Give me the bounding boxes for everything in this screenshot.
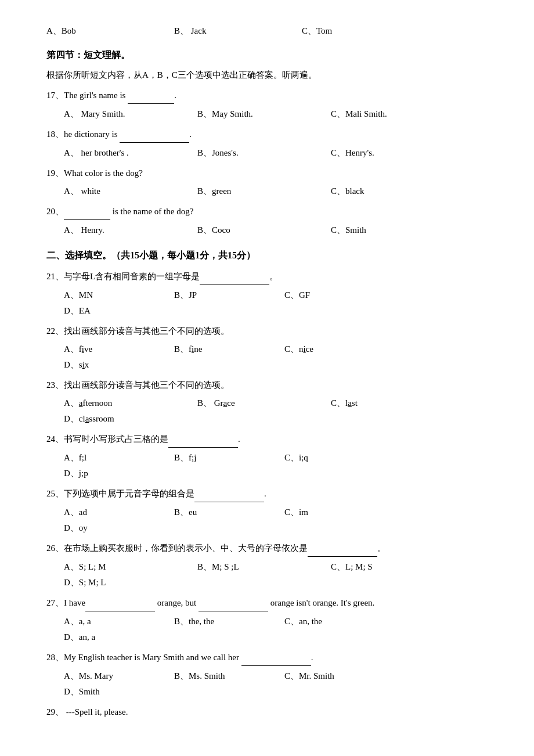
question-24-options: A、f;l B、f;j C、i;q D、j;p bbox=[64, 450, 488, 481]
question-20: 20、 is the name of the dog? A、 Henry. B、… bbox=[46, 204, 488, 238]
blank-20 bbox=[64, 204, 110, 220]
blank-21 bbox=[200, 269, 269, 285]
question-18-options: A、 her brother's . B、Jones's. C、Henry's. bbox=[64, 145, 488, 161]
blank-17 bbox=[128, 88, 174, 104]
option-18-c: C、Henry's. bbox=[331, 145, 459, 161]
question-17-options: A、 Mary Smith. B、May Smith. C、Mali Smith… bbox=[64, 106, 488, 122]
option-28-c: C、Mr. Smith bbox=[284, 668, 389, 684]
intro-option-b: B、 Jack bbox=[174, 23, 290, 39]
option-28-b: B、Ms. Smith bbox=[174, 668, 279, 684]
option-28-d: D、Smith bbox=[64, 684, 168, 700]
option-20-c: C、Smith bbox=[331, 222, 459, 238]
section4-desc: 根据你所听短文内容，从A，B，C三个选项中选出正确答案。听两遍。 bbox=[46, 67, 488, 83]
question-25-text: 25、下列选项中属于元音字母的组合是 . bbox=[46, 486, 488, 502]
question-27: 27、I have orange, but orange isn't orang… bbox=[46, 595, 488, 645]
option-23-c: C、last bbox=[331, 395, 459, 411]
question-25-options: A、ad B、eu C、im D、oy bbox=[64, 505, 488, 536]
intro-options-row: A、Bob B、 Jack C、Tom bbox=[46, 23, 488, 39]
option-20-a: A、 Henry. bbox=[64, 222, 192, 238]
option-22-a: A、five bbox=[64, 341, 168, 357]
blank-18 bbox=[120, 127, 189, 143]
option-17-c: C、Mali Smith. bbox=[331, 106, 459, 122]
question-29: 29、 ---Spell it, please. bbox=[46, 704, 488, 720]
option-20-b: B、Coco bbox=[197, 222, 325, 238]
question-25: 25、下列选项中属于元音字母的组合是 . A、ad B、eu C、im D、oy bbox=[46, 486, 488, 536]
question-24: 24、书写时小写形式占三格的是 . A、f;l B、f;j C、i;q D、j;… bbox=[46, 431, 488, 481]
option-27-b: B、the, the bbox=[174, 614, 279, 629]
question-24-text: 24、书写时小写形式占三格的是 . bbox=[46, 431, 488, 448]
option-25-c: C、im bbox=[284, 505, 389, 520]
option-21-b: B、JP bbox=[174, 287, 279, 303]
question-17-text: 17、The girl's name is . bbox=[46, 88, 488, 104]
option-17-b: B、May Smith. bbox=[197, 106, 325, 122]
question-28-text: 28、My English teacher is Mary Smith and … bbox=[46, 650, 488, 666]
blank-25 bbox=[194, 486, 264, 502]
blank-27-1 bbox=[85, 595, 155, 611]
option-25-d: D、oy bbox=[64, 520, 168, 536]
option-24-d: D、j;p bbox=[64, 466, 168, 481]
option-21-c: C、GF bbox=[284, 287, 389, 303]
question-26: 26、在市场上购买衣服时，你看到的表示小、中、大号的字母依次是 。 A、S; L… bbox=[46, 541, 488, 591]
option-23-d: D、classroom bbox=[64, 411, 192, 427]
intro-option-c: C、Tom bbox=[302, 23, 418, 39]
question-19-text: 19、What color is the dog? bbox=[46, 165, 488, 181]
question-18: 18、he dictionary is . A、 her brother's .… bbox=[46, 127, 488, 161]
question-17: 17、The girl's name is . A、 Mary Smith. B… bbox=[46, 88, 488, 122]
question-29-text: 29、 ---Spell it, please. bbox=[46, 704, 488, 720]
option-26-a: A、S; L; M bbox=[64, 559, 192, 575]
question-23: 23、找出画线部分读音与其他三个不同的选项。 A、afternoon B、 Gr… bbox=[46, 377, 488, 427]
option-22-b: B、fine bbox=[174, 341, 279, 357]
question-26-text: 26、在市场上购买衣服时，你看到的表示小、中、大号的字母依次是 。 bbox=[46, 541, 488, 557]
option-22-c: C、nice bbox=[284, 341, 389, 357]
option-19-c: C、black bbox=[331, 183, 459, 199]
option-24-a: A、f;l bbox=[64, 450, 168, 466]
question-26-options: A、S; L; M B、M; S ;L C、L; M; S D、S; M; L bbox=[64, 559, 488, 591]
option-25-a: A、ad bbox=[64, 505, 168, 520]
option-24-b: B、f;j bbox=[174, 450, 279, 466]
blank-28 bbox=[241, 650, 311, 666]
option-17-a: A、 Mary Smith. bbox=[64, 106, 192, 122]
question-28-options: A、Ms. Mary B、Ms. Smith C、Mr. Smith D、Smi… bbox=[64, 668, 488, 700]
option-18-b: B、Jones's. bbox=[197, 145, 325, 161]
question-23-text: 23、找出画线部分读音与其他三个不同的选项。 bbox=[46, 377, 488, 393]
option-27-a: A、a, a bbox=[64, 614, 168, 629]
question-18-text: 18、he dictionary is . bbox=[46, 127, 488, 143]
option-24-c: C、i;q bbox=[284, 450, 389, 466]
part2-title: 二、选择填空。（共15小题，每小题1分，共15分） bbox=[46, 247, 488, 264]
question-22-text: 22、找出画线部分读音与其他三个不同的选项。 bbox=[46, 323, 488, 339]
question-23-options: A、afternoon B、 Grace C、last D、classroom bbox=[64, 395, 488, 427]
option-22-d: D、six bbox=[64, 357, 168, 373]
question-22: 22、找出画线部分读音与其他三个不同的选项。 A、five B、fine C、n… bbox=[46, 323, 488, 373]
question-27-options: A、a, a B、the, the C、an, the D、an, a bbox=[64, 614, 488, 645]
option-27-c: C、an, the bbox=[284, 614, 389, 629]
blank-27-2 bbox=[199, 595, 268, 611]
intro-option-a: A、Bob bbox=[46, 23, 163, 39]
blank-24 bbox=[168, 431, 238, 448]
option-21-a: A、MN bbox=[64, 287, 168, 303]
option-23-a: A、afternoon bbox=[64, 395, 192, 411]
option-19-b: B、green bbox=[197, 183, 325, 199]
option-19-a: A、 white bbox=[64, 183, 192, 199]
option-23-b: B、 Grace bbox=[197, 395, 325, 411]
blank-26 bbox=[308, 541, 377, 557]
section4-title: 第四节：短文理解。 bbox=[46, 47, 488, 64]
option-25-b: B、eu bbox=[174, 505, 279, 520]
option-26-d: D、S; M; L bbox=[64, 575, 192, 591]
question-21-options: A、MN B、JP C、GF D、EA bbox=[64, 287, 488, 319]
question-19: 19、What color is the dog? A、 white B、gre… bbox=[46, 165, 488, 199]
question-19-options: A、 white B、green C、black bbox=[64, 183, 488, 199]
question-27-text: 27、I have orange, but orange isn't orang… bbox=[46, 595, 488, 611]
question-21: 21、与字母L含有相同音素的一组字母是 。 A、MN B、JP C、GF D、E… bbox=[46, 269, 488, 319]
question-20-options: A、 Henry. B、Coco C、Smith bbox=[64, 222, 488, 238]
option-26-b: B、M; S ;L bbox=[197, 559, 325, 575]
option-28-a: A、Ms. Mary bbox=[64, 668, 168, 684]
question-22-options: A、five B、fine C、nice D、six bbox=[64, 341, 488, 373]
question-21-text: 21、与字母L含有相同音素的一组字母是 。 bbox=[46, 269, 488, 285]
option-27-d: D、an, a bbox=[64, 629, 168, 645]
option-26-c: C、L; M; S bbox=[331, 559, 459, 575]
question-20-text: 20、 is the name of the dog? bbox=[46, 204, 488, 220]
question-28: 28、My English teacher is Mary Smith and … bbox=[46, 650, 488, 700]
option-18-a: A、 her brother's . bbox=[64, 145, 192, 161]
option-21-d: D、EA bbox=[64, 303, 168, 319]
